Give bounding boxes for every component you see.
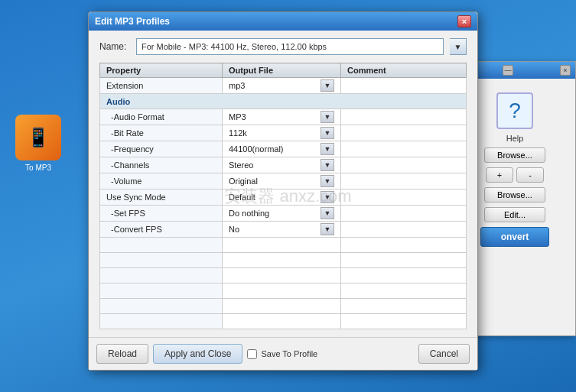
channels-value: Stereo: [229, 160, 321, 170]
table-row: -Convert FPS No ▼: [100, 222, 467, 238]
property-bit-rate: -Bit Rate: [100, 125, 223, 141]
dialog-title: Edit MP3 Profiles: [95, 16, 457, 27]
dialog-bottom-bar: Reload Apply and Close Save To Profile C…: [89, 337, 477, 370]
sync-mode-dropdown-row: Default ▼: [229, 191, 334, 203]
volume-dropdown-btn[interactable]: ▼: [321, 175, 334, 187]
extension-value: mp3: [229, 81, 321, 90]
value-frequency: 44100(normal) ▼: [223, 141, 341, 157]
comment-extension: [341, 78, 467, 94]
profile-table: Property Output File Comment Extension m…: [99, 63, 467, 329]
empty-row: [100, 299, 467, 314]
empty-row: [100, 238, 467, 253]
edit-mp3-profiles-dialog: Edit MP3 Profiles × Name: ▼ Property Out…: [88, 11, 478, 371]
bg-browse-btn-1[interactable]: Browse...: [484, 147, 545, 163]
property-channels: -Channels: [100, 157, 223, 173]
channels-dropdown-row: Stereo ▼: [229, 159, 334, 171]
comment-sync-mode: [341, 190, 467, 206]
comment-bit-rate: [341, 125, 467, 141]
sync-mode-value: Default: [229, 193, 321, 202]
frequency-dropdown-row: 44100(normal) ▼: [229, 143, 334, 155]
set-fps-value: Do nothing: [229, 209, 321, 218]
set-fps-dropdown-row: Do nothing ▼: [229, 207, 334, 219]
empty-row: [100, 253, 467, 268]
property-volume: -Volume: [100, 173, 223, 190]
bit-rate-dropdown-btn[interactable]: ▼: [321, 127, 334, 139]
reload-button[interactable]: Reload: [96, 344, 148, 364]
table-row: -Frequency 44100(normal) ▼: [100, 141, 467, 157]
frequency-value: 44100(normal): [229, 144, 321, 154]
col-property: Property: [100, 63, 223, 78]
comment-set-fps: [341, 206, 467, 222]
value-channels: Stereo ▼: [223, 157, 341, 173]
apply-close-button[interactable]: Apply and Close: [153, 344, 242, 364]
set-fps-dropdown-btn[interactable]: ▼: [321, 207, 334, 219]
bg-edit-btn[interactable]: Edit...: [484, 207, 545, 222]
comment-audio-format: [341, 109, 467, 125]
property-convert-fps: -Convert FPS: [100, 222, 223, 238]
help-icon: ?: [496, 92, 533, 129]
comment-channels: [341, 157, 467, 173]
property-audio-format: -Audio Format: [100, 109, 223, 125]
empty-row: [100, 314, 467, 329]
frequency-dropdown-btn[interactable]: ▼: [321, 143, 334, 155]
value-sync-mode: Default ▼: [223, 190, 341, 206]
bg-browse-btn-2[interactable]: Browse...: [484, 187, 545, 202]
cancel-button[interactable]: Cancel: [418, 344, 470, 364]
table-row: -Bit Rate 112k ▼: [100, 125, 467, 141]
value-bit-rate: 112k ▼: [223, 125, 341, 141]
value-audio-format: MP3 ▼: [223, 109, 341, 125]
bg-plus-minus-pair: + -: [486, 167, 544, 183]
save-to-profile-row: Save To Profile: [247, 349, 317, 359]
bg-min-btn[interactable]: —: [503, 65, 513, 76]
empty-row: [100, 268, 467, 283]
left-icon-area: 📱 To MP3: [8, 115, 69, 172]
audio-format-dropdown-row: MP3 ▼: [229, 111, 334, 123]
table-row: -Audio Format MP3 ▼: [100, 109, 467, 125]
volume-dropdown-row: Original ▼: [229, 175, 334, 187]
volume-value: Original: [229, 177, 321, 186]
bit-rate-dropdown-row: 112k ▼: [229, 127, 334, 139]
comment-frequency: [341, 141, 467, 157]
value-volume: Original ▼: [223, 173, 341, 190]
table-row: -Volume Original ▼: [100, 173, 467, 190]
save-to-profile-label: Save To Profile: [261, 349, 317, 358]
property-frequency: -Frequency: [100, 141, 223, 157]
help-label: Help: [506, 134, 524, 143]
bg-plus-btn[interactable]: +: [486, 167, 513, 183]
table-header-row: Property Output File Comment: [100, 63, 467, 78]
convert-fps-dropdown-row: No ▼: [229, 223, 334, 235]
name-input[interactable]: [136, 38, 444, 55]
value-extension: mp3 ▼: [223, 78, 341, 94]
extension-dropdown-btn[interactable]: ▼: [321, 79, 334, 92]
name-row: Name: ▼: [99, 38, 467, 55]
col-comment: Comment: [341, 63, 467, 78]
channels-dropdown-btn[interactable]: ▼: [321, 159, 334, 171]
property-sync-mode: Use Sync Mode: [100, 190, 223, 206]
mp3-icon: 📱: [15, 115, 61, 160]
bit-rate-value: 112k: [229, 128, 321, 138]
comment-volume: [341, 173, 467, 190]
bg-convert-btn[interactable]: onvert: [480, 227, 549, 247]
audio-format-dropdown-btn[interactable]: ▼: [321, 111, 334, 123]
convert-fps-value: No: [229, 225, 321, 234]
name-dropdown-btn[interactable]: ▼: [450, 38, 467, 55]
audio-format-value: MP3: [229, 112, 321, 121]
comment-convert-fps: [341, 222, 467, 238]
audio-section-label: Audio: [100, 94, 467, 109]
table-row: Extension mp3 ▼: [100, 78, 467, 94]
table-row: Use Sync Mode Default ▼: [100, 190, 467, 206]
dialog-titlebar: Edit MP3 Profiles ×: [89, 12, 477, 31]
save-to-profile-checkbox[interactable]: [247, 349, 257, 359]
bg-close-btn[interactable]: ×: [560, 65, 571, 76]
sync-mode-dropdown-btn[interactable]: ▼: [321, 191, 334, 203]
convert-fps-dropdown-btn[interactable]: ▼: [321, 223, 334, 235]
col-output-file: Output File: [223, 63, 341, 78]
table-row: -Set FPS Do nothing ▼: [100, 206, 467, 222]
property-set-fps: -Set FPS: [100, 206, 223, 222]
value-convert-fps: No ▼: [223, 222, 341, 238]
empty-row: [100, 283, 467, 299]
extension-dropdown-row: mp3 ▼: [229, 79, 334, 92]
property-extension: Extension: [100, 78, 223, 94]
dialog-close-button[interactable]: ×: [457, 15, 471, 28]
bg-minus-btn[interactable]: -: [516, 167, 544, 183]
